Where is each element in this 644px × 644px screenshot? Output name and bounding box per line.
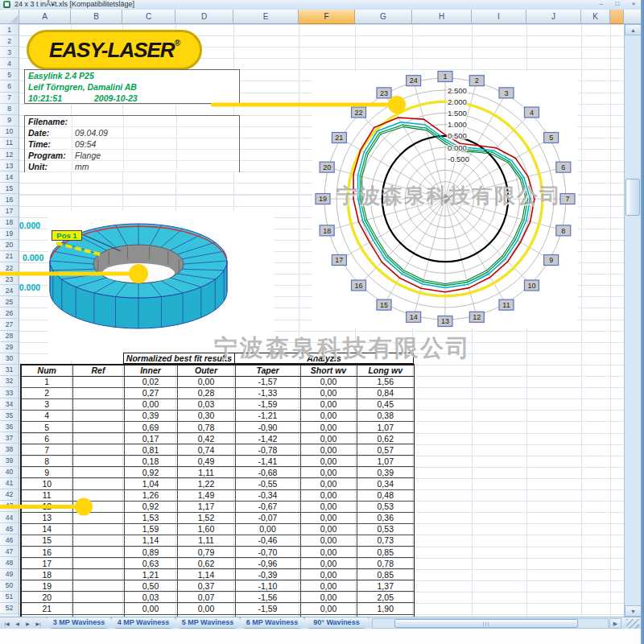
sheet-tab-4-mp-waviness[interactable]: 4 MP Waviness [111,617,175,629]
row-header-16[interactable]: 16 [0,194,19,205]
row-header-47[interactable]: 47 [0,546,19,557]
table-cell: 11 [21,489,72,501]
row-header-21[interactable]: 21 [0,251,19,262]
column-header-E[interactable]: E [233,10,299,24]
row-header-50[interactable]: 50 [0,580,19,592]
tab-nav-first-sheet-button[interactable]: |◀ [2,618,12,629]
row-header-3[interactable]: 3 [0,47,19,58]
row-header-41[interactable]: 41 [0,478,19,489]
row-header-30[interactable]: 30 [0,353,19,365]
polar-flatness-chart: 2.5002.0001.5001.0000.5000.000-0.5001234… [312,71,578,328]
row-header-27[interactable]: 27 [0,319,19,330]
row-header-34[interactable]: 34 [0,398,19,410]
row-header-19[interactable]: 19 [0,229,19,240]
column-header-I[interactable]: I [472,10,526,24]
column-header-K[interactable]: K [581,10,610,24]
minimize-button[interactable]: – [594,0,609,7]
row-header-33[interactable]: 33 [0,387,19,398]
row-header-11[interactable]: 11 [0,138,19,149]
row-header-26[interactable]: 26 [0,308,19,319]
row-header-15[interactable]: 15 [0,183,19,194]
sheet-tab-5-mp-waviness[interactable]: 5 MP Waviness [175,617,240,629]
close-button[interactable]: × [626,0,641,7]
row-header-39[interactable]: 39 [0,456,19,467]
row-header-23[interactable]: 23 [0,274,19,285]
row-header-45[interactable]: 45 [0,523,19,535]
select-all-corner[interactable] [0,10,19,24]
table-cell: -0,70 [235,547,300,558]
sheet-tab-90-waviness[interactable]: 90° Waviness [304,617,369,629]
sheet-tab-6-mp-waviness[interactable]: 6 MP Waviness [240,617,304,629]
column-header-B[interactable]: B [71,10,122,24]
row-header-14[interactable]: 14 [0,171,19,183]
row-header-6[interactable]: 6 [0,80,19,92]
tab-nav-previous-sheet-button[interactable]: ◀ [12,618,23,629]
row-header-38[interactable]: 38 [0,444,19,455]
resize-grip[interactable] [626,619,639,629]
sheet-tab-3-mp-waviness[interactable]: 3 MP Waviness [47,617,111,629]
row-header-12[interactable]: 12 [0,149,19,160]
row-header-51[interactable]: 51 [0,592,19,603]
column-header-J[interactable]: J [526,10,581,24]
column-header-D[interactable]: D [175,10,233,24]
row-header-7[interactable]: 7 [0,93,19,104]
row-header-35[interactable]: 35 [0,410,19,421]
row-header-24[interactable]: 24 [0,285,19,296]
vertical-scrollbar-thumb[interactable] [625,179,640,216]
column-header-cell: Short wv [300,365,357,377]
row-header-46[interactable]: 46 [0,535,19,546]
horizontal-scrollbar[interactable] [372,618,609,629]
flange-3d-chart [48,211,274,361]
table-cell: 3 [21,398,72,410]
row-header-25[interactable]: 25 [0,296,19,308]
polar-point-label-11: 11 [502,301,510,309]
row-header-42[interactable]: 42 [0,489,19,501]
file-info-label: Time: [28,139,51,149]
scroll-down-button[interactable]: ▼ [625,605,642,617]
column-header-A[interactable]: A [19,10,71,24]
row-header-13[interactable]: 13 [0,160,19,171]
table-cell: -1,33 [235,387,300,398]
row-header-31[interactable]: 31 [0,365,19,376]
table-cell [72,580,124,592]
table-cell: 0,00 [177,603,235,614]
row-header-40[interactable]: 40 [0,467,19,478]
restore-button[interactable]: □ [610,0,625,7]
row-header-17[interactable]: 17 [0,206,19,217]
scroll-up-button[interactable]: ▲ [625,24,642,35]
scroll-right-button[interactable]: ▶ [609,618,621,629]
row-header-9[interactable]: 9 [0,115,19,126]
row-header-36[interactable]: 36 [0,421,19,432]
tab-nav-last-sheet-button[interactable]: ▶| [33,618,43,629]
vertical-scrollbar[interactable]: ▲ ▼ [624,24,641,617]
row-header-49[interactable]: 49 [0,569,19,580]
row-header-8[interactable]: 8 [0,104,19,115]
column-header-cell: Long wv [357,365,415,377]
row-header-52[interactable]: 52 [0,603,19,614]
row-header-43[interactable]: 43 [0,501,19,512]
cells-area[interactable]: EASY-LASER® Easylink 2.4 P25 Leif Törngr… [19,24,624,617]
row-header-29[interactable]: 29 [0,342,19,353]
row-header-44[interactable]: 44 [0,512,19,523]
table-cell: 0,28 [177,387,235,398]
row-header-20[interactable]: 20 [0,240,19,251]
column-header-G[interactable]: G [355,10,412,24]
column-header-F[interactable]: F [299,10,355,24]
row-header-4[interactable]: 4 [0,58,19,69]
horizontal-scrollbar-thumb[interactable] [394,619,578,628]
row-header-48[interactable]: 48 [0,557,19,568]
row-header-32[interactable]: 32 [0,376,19,387]
column-header-C[interactable]: C [122,10,175,24]
table-cell: 2,05 [357,592,415,603]
row-header-28[interactable]: 28 [0,331,19,342]
column-header-partial[interactable] [610,10,624,24]
row-header-18[interactable]: 18 [0,217,19,229]
row-header-1[interactable]: 1 [0,24,19,35]
row-header-2[interactable]: 2 [0,35,19,47]
row-header-10[interactable]: 10 [0,126,19,138]
row-header-37[interactable]: 37 [0,432,19,444]
row-header-5[interactable]: 5 [0,69,19,80]
column-header-H[interactable]: H [412,10,472,24]
row-header-22[interactable]: 22 [0,262,19,274]
tab-nav-next-sheet-button[interactable]: ▶ [23,618,33,629]
